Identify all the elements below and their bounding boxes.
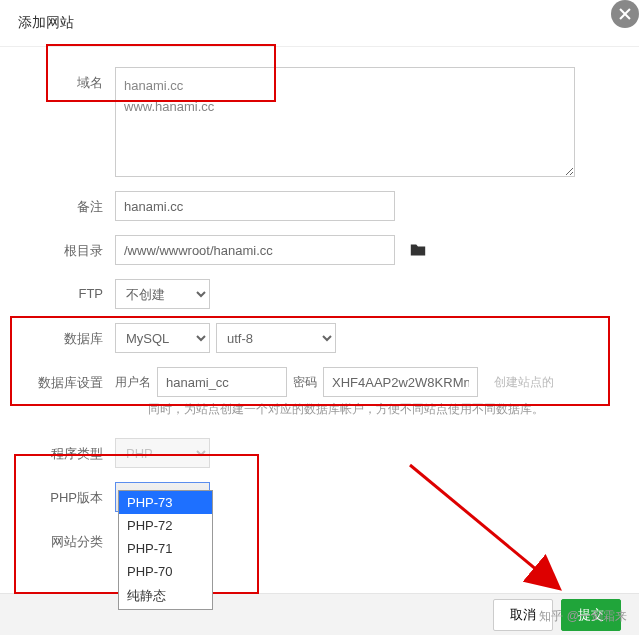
domain-label: 域名 [30, 67, 115, 92]
db-charset-select[interactable]: utf-8 [216, 323, 336, 353]
domain-textarea[interactable] [115, 67, 575, 177]
php-option[interactable]: PHP-70 [119, 560, 212, 583]
php-option[interactable]: PHP-72 [119, 514, 212, 537]
remark-label: 备注 [30, 191, 115, 216]
db-label: 数据库 [30, 323, 115, 348]
root-label: 根目录 [30, 235, 115, 260]
db-hint-side: 创建站点的 [494, 374, 554, 391]
type-label: 程序类型 [30, 438, 115, 463]
remark-input[interactable] [115, 191, 395, 221]
php-label: PHP版本 [30, 482, 115, 507]
db-user-label: 用户名 [115, 374, 151, 391]
close-button[interactable] [611, 0, 639, 28]
root-input[interactable] [115, 235, 395, 265]
php-version-dropdown[interactable]: PHP-73PHP-72PHP-71PHP-70纯静态 [118, 490, 213, 610]
watermark-text: 知乎 @一剑霜来 [539, 608, 627, 625]
db-type-select[interactable]: MySQL [115, 323, 210, 353]
db-pass-label: 密码 [293, 374, 317, 391]
db-user-input[interactable] [157, 367, 287, 397]
ftp-label: FTP [30, 279, 115, 301]
category-label: 网站分类 [30, 526, 115, 551]
db-hint-line: 同时，为站点创建一个对应的数据库帐户，方便不同站点使用不同数据库。 [148, 401, 609, 418]
db-pass-input[interactable] [323, 367, 478, 397]
php-option[interactable]: 纯静态 [119, 583, 212, 609]
modal-title: 添加网站 [18, 14, 74, 30]
program-type-select: PHP [115, 438, 210, 468]
php-option[interactable]: PHP-73 [119, 491, 212, 514]
php-option[interactable]: PHP-71 [119, 537, 212, 560]
ftp-select[interactable]: 不创建 [115, 279, 210, 309]
dbset-label: 数据库设置 [30, 367, 115, 392]
folder-icon[interactable] [409, 242, 427, 258]
